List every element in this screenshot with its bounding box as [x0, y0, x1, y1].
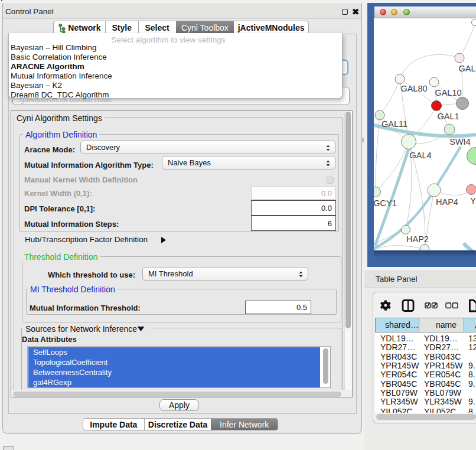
svg-text:Y: Y	[470, 196, 476, 206]
svg-text:GAL7: GAL7	[458, 64, 476, 73]
svg-text:HAP4: HAP4	[436, 197, 458, 207]
svg-text:GAL1: GAL1	[437, 112, 459, 121]
svg-text:GAL80: GAL80	[400, 84, 427, 93]
svg-text:GAL11: GAL11	[382, 119, 407, 129]
svg-text:SWI4: SWI4	[449, 137, 470, 146]
svg-text:GAL10: GAL10	[435, 88, 461, 97]
svg-text:GAL4: GAL4	[409, 151, 431, 160]
svg-text:HAP2: HAP2	[406, 234, 429, 244]
svg-text:GCY1: GCY1	[374, 198, 397, 208]
